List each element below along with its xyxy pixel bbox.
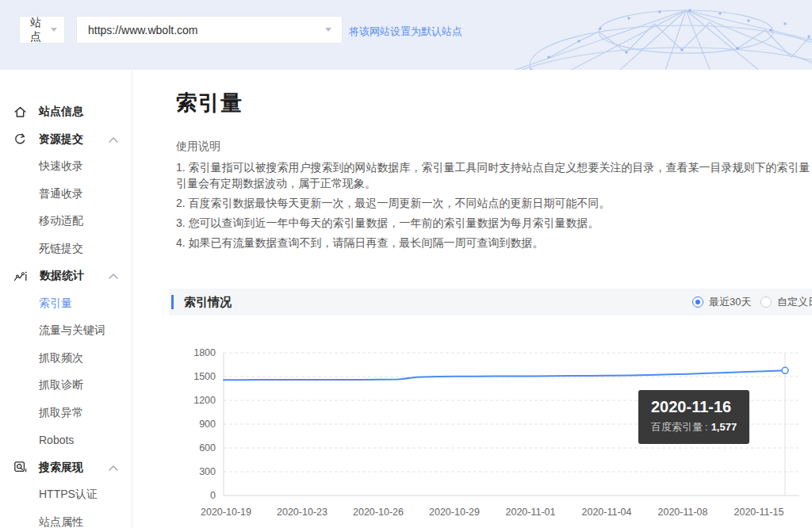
sidebar-item-robots[interactable]: Robots bbox=[0, 427, 132, 454]
sidebar-item-https-cert[interactable]: HTTPS认证 bbox=[0, 481, 132, 509]
radio-last-30-days[interactable]: 最近30天 bbox=[692, 289, 751, 316]
section-accent-bar bbox=[171, 295, 174, 309]
sidebar-item-label: 死链提交 bbox=[39, 242, 83, 256]
sidebar-item-index-volume[interactable]: 索引量 bbox=[0, 290, 132, 318]
resource-submit-icon bbox=[13, 132, 27, 146]
chart-section-header: 索引情况 最近30天 自定义日期 bbox=[169, 289, 812, 316]
svg-text:2020-10-19: 2020-10-19 bbox=[201, 507, 251, 518]
svg-text:1800: 1800 bbox=[193, 347, 216, 358]
set-default-site-link[interactable]: 将该网站设置为默认站点 bbox=[349, 25, 462, 39]
usage-note-line: 2. 百度索引数据最快每天更新一次，最迟一周更新一次，不同站点的更新日期可能不同… bbox=[176, 197, 812, 211]
usage-note-line: 4. 如果已有流量数据查询不到，请隔日再查，最长间隔一周可查询到数据。 bbox=[176, 236, 812, 251]
sidebar-item-crawl-frequency[interactable]: 抓取频次 bbox=[0, 345, 132, 373]
site-url-value: https://www.wbolt.com bbox=[88, 24, 198, 36]
home-icon bbox=[13, 105, 27, 119]
baidu-webmaster-index-page: 站点 https://www.wbolt.com 将该网站设置为默认站点 站点信… bbox=[0, 0, 812, 528]
svg-text:1500: 1500 bbox=[193, 371, 216, 382]
search-display-icon bbox=[13, 461, 27, 474]
sidebar-item-site-info[interactable]: 站点信息 bbox=[0, 98, 132, 126]
usage-note-line: 3. 您可以查询到近一年中每天的索引量数据，一年前的索引量数据为每月索引量数据。 bbox=[176, 216, 812, 231]
topbar: 站点 https://www.wbolt.com 将该网站设置为默认站点 bbox=[0, 0, 812, 70]
site-type-select[interactable]: 站点 bbox=[19, 16, 65, 44]
site-type-label: 站点 bbox=[30, 16, 46, 44]
svg-text:600: 600 bbox=[199, 442, 216, 453]
chevron-up-icon bbox=[109, 465, 118, 471]
sidebar-item-crawl-errors[interactable]: 抓取异常 bbox=[0, 400, 132, 427]
svg-text:2020-10-29: 2020-10-29 bbox=[429, 507, 480, 518]
sidebar-item-site-properties[interactable]: 站点属性 bbox=[0, 509, 132, 528]
svg-text:2020-11-01: 2020-11-01 bbox=[505, 507, 555, 518]
radio-unselected-icon bbox=[760, 297, 772, 308]
sidebar-item-traffic-keywords[interactable]: 流量与关键词 bbox=[0, 317, 132, 345]
usage-notes-title: 使用说明 bbox=[176, 140, 220, 154]
svg-text:2020-11-15: 2020-11-15 bbox=[733, 507, 783, 518]
svg-text:300: 300 bbox=[199, 466, 216, 477]
page-title: 索引量 bbox=[176, 89, 243, 117]
svg-text:0: 0 bbox=[210, 490, 216, 501]
sidebar-item-dead-link-submit[interactable]: 死链提交 bbox=[0, 235, 132, 263]
sidebar-item-label: 抓取频次 bbox=[39, 351, 83, 365]
main-content: 索引量 使用说明 1. 索引量指可以被搜索用户搜索到的网站数据库，索引量工具同时… bbox=[132, 70, 812, 528]
radio-selected-icon bbox=[692, 297, 703, 308]
svg-text:2020-11-08: 2020-11-08 bbox=[657, 507, 707, 518]
sidebar-item-quick-inclusion[interactable]: 快速收录 bbox=[0, 153, 132, 181]
chevron-down-icon bbox=[325, 28, 331, 32]
tooltip-series-label: 百度索引量 bbox=[651, 421, 703, 433]
sidebar: 站点信息 资源提交 快速收录 普通收录 移动适配 死链提交 bbox=[0, 70, 132, 528]
sidebar-item-label: 抓取诊断 bbox=[39, 378, 83, 392]
chart-tooltip: 2020-11-16 百度索引量:1,577 bbox=[638, 390, 749, 444]
sidebar-item-label: 快速收录 bbox=[39, 159, 83, 174]
usage-note-line: 1. 索引量指可以被搜索用户搜索到的网站数据库，索引量工具同时支持站点自定义想要… bbox=[176, 161, 812, 175]
radio-custom-date[interactable]: 自定义日期 bbox=[760, 289, 812, 316]
tooltip-value: 1,577 bbox=[711, 421, 737, 433]
tooltip-value-row: 百度索引量:1,577 bbox=[651, 420, 737, 434]
sidebar-item-normal-inclusion[interactable]: 普通收录 bbox=[0, 181, 132, 209]
sidebar-item-label: 移动适配 bbox=[39, 214, 83, 228]
data-stats-icon bbox=[13, 270, 28, 283]
svg-text:1200: 1200 bbox=[193, 395, 216, 406]
svg-text:2020-10-23: 2020-10-23 bbox=[277, 507, 327, 518]
sidebar-item-label: HTTPS认证 bbox=[39, 488, 98, 502]
radio-label: 最近30天 bbox=[709, 295, 751, 309]
sidebar-item-resource-submit[interactable]: 资源提交 bbox=[0, 126, 132, 154]
chevron-up-icon bbox=[109, 137, 118, 143]
sidebar-item-label: 普通收录 bbox=[39, 187, 83, 201]
sidebar-item-label: 抓取异常 bbox=[39, 406, 83, 420]
tooltip-separator: : bbox=[705, 421, 708, 433]
sidebar-item-label: 流量与关键词 bbox=[39, 323, 105, 338]
svg-text:2020-11-04: 2020-11-04 bbox=[581, 507, 631, 518]
sidebar-item-label: Robots bbox=[39, 434, 74, 446]
sidebar-item-label: 数据统计 bbox=[40, 269, 84, 283]
sidebar-item-crawl-diagnosis[interactable]: 抓取诊断 bbox=[0, 372, 132, 400]
sidebar-item-label: 搜索展现 bbox=[39, 461, 83, 475]
sidebar-item-label: 站点属性 bbox=[39, 515, 83, 528]
site-url-select[interactable]: https://www.wbolt.com bbox=[76, 16, 343, 44]
sidebar-item-search-display[interactable]: 搜索展现 bbox=[0, 454, 132, 482]
sidebar-item-label: 资源提交 bbox=[39, 132, 83, 147]
chevron-up-icon bbox=[109, 274, 118, 279]
sidebar-item-label: 索引量 bbox=[39, 297, 72, 311]
usage-note-line: 引量会有定期数据波动，属于正常现象。 bbox=[176, 177, 812, 191]
tooltip-date: 2020-11-16 bbox=[651, 397, 737, 416]
chevron-down-icon bbox=[51, 28, 57, 32]
svg-text:2020-10-26: 2020-10-26 bbox=[353, 507, 404, 518]
sidebar-item-data-statistics[interactable]: 数据统计 bbox=[0, 262, 132, 290]
network-globe-graphic bbox=[476, 0, 812, 70]
sidebar-item-label: 站点信息 bbox=[39, 105, 83, 119]
radio-label: 自定义日期 bbox=[777, 295, 812, 309]
section-title: 索引情况 bbox=[184, 295, 232, 310]
svg-text:900: 900 bbox=[199, 419, 216, 430]
sidebar-item-mobile-adaptation[interactable]: 移动适配 bbox=[0, 208, 132, 235]
